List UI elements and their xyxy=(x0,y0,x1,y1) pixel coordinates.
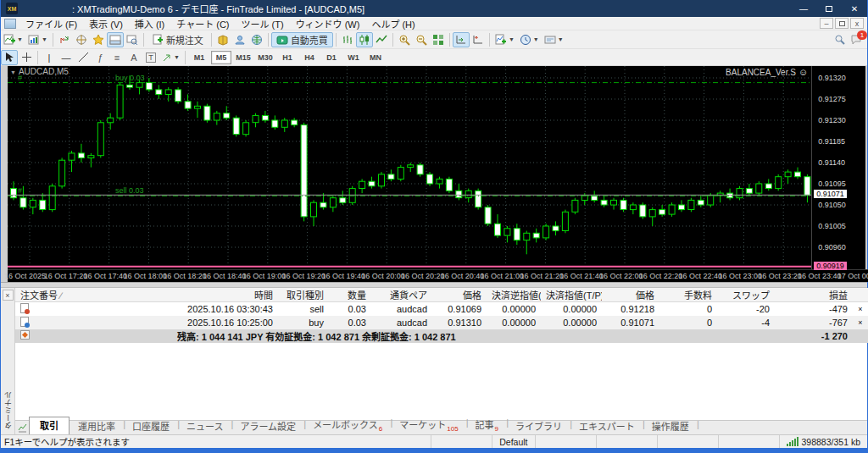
zoom-in-button[interactable] xyxy=(396,32,413,47)
candlestick-chart-button[interactable] xyxy=(356,32,373,47)
chart-shift-button[interactable] xyxy=(470,32,487,47)
new-order-label: 新規注文 xyxy=(166,33,203,47)
new-chart-button[interactable]: ▼ xyxy=(1,32,25,47)
sort-indicator[interactable]: ∕ xyxy=(58,290,62,301)
child-restore-button[interactable] xyxy=(835,18,849,29)
menu-item[interactable]: ファイル (F) xyxy=(19,16,83,31)
close-order-icon[interactable]: × xyxy=(853,316,868,329)
new-order-button[interactable]: 新規注文 xyxy=(147,32,209,47)
menu-item[interactable]: ウィンドウ (W) xyxy=(290,16,366,31)
timeframe-w1[interactable]: W1 xyxy=(343,51,364,64)
label-tool-button[interactable]: T xyxy=(142,50,159,65)
periods-button[interactable]: ▼ xyxy=(517,32,542,47)
menu-item[interactable]: 挿入 (I) xyxy=(129,16,170,31)
timeframe-m1[interactable]: M1 xyxy=(189,51,209,64)
timeframe-m5[interactable]: M5 xyxy=(211,51,231,64)
trendline-tool-button[interactable] xyxy=(75,50,92,65)
terminal-button[interactable] xyxy=(107,32,124,47)
order-cell: 0.91071 xyxy=(602,316,659,329)
cursor-tool-button[interactable] xyxy=(1,50,18,65)
terminal-tab-item[interactable]: アラーム設定 xyxy=(231,418,304,434)
collapse-triangle-icon[interactable]: ▼ xyxy=(10,69,16,75)
maximize-button[interactable] xyxy=(816,0,842,17)
auto-scroll-button[interactable] xyxy=(453,32,470,47)
column-header[interactable]: 手数料 xyxy=(659,288,717,302)
terminal-tab-item[interactable]: メールボックス6 xyxy=(304,417,391,434)
timeframe-m15[interactable]: M15 xyxy=(233,51,253,64)
terminal-tab-item[interactable]: 口座履歴 xyxy=(124,418,178,434)
chart-window-icon[interactable] xyxy=(4,19,16,29)
navigator-button[interactable] xyxy=(90,32,107,47)
status-profile[interactable]: Default xyxy=(492,435,534,448)
minimize-button[interactable]: — xyxy=(791,0,816,17)
terminal-tab-item[interactable]: エキスパート xyxy=(570,418,643,434)
column-header[interactable]: 価格 xyxy=(432,288,487,302)
column-header[interactable]: 注文番号 ∕ xyxy=(15,288,172,302)
bar-chart-button[interactable] xyxy=(339,32,356,47)
menu-item[interactable]: ツール (T) xyxy=(236,16,290,31)
timeframe-d1[interactable]: D1 xyxy=(321,51,342,64)
order-row[interactable]: 2025.10.16 03:30:43sell0.03audcad0.91069… xyxy=(15,302,868,316)
arrows-tool-button[interactable]: ▼ xyxy=(159,50,182,65)
profiles-button[interactable]: ▼ xyxy=(25,32,50,47)
terminal-tab-item[interactable]: マーケット105 xyxy=(391,417,466,434)
templates-button[interactable]: ▼ xyxy=(542,32,566,47)
terminal-tab-item[interactable]: 操作履歴 xyxy=(643,418,698,434)
strategy-tester-button[interactable] xyxy=(124,32,141,47)
orders-table: 注文番号 ∕時間取引種別数量通貨ペア価格決済逆指値(S/L)決済指値(T/P)価… xyxy=(15,288,868,343)
panel-splitter[interactable] xyxy=(1,282,867,288)
close-order-icon[interactable]: × xyxy=(853,302,868,316)
terminal-tab-item[interactable]: ニュース xyxy=(178,418,231,434)
text-tool-button[interactable]: A xyxy=(125,50,142,65)
channel-tool-button[interactable]: ≡ xyxy=(108,50,125,65)
community-button[interactable] xyxy=(231,32,248,47)
ea-smiley-icon[interactable]: ☺ xyxy=(798,67,808,77)
child-close-button[interactable]: x xyxy=(850,18,864,29)
metaeditor-button[interactable] xyxy=(214,32,231,47)
column-header[interactable]: 時間 xyxy=(172,288,278,302)
indicators-button[interactable]: ▼ xyxy=(492,32,517,47)
crosshair-tool-button[interactable] xyxy=(18,50,35,65)
column-header[interactable]: 決済指値(T/P) xyxy=(541,288,602,302)
close-button[interactable]: ✕ xyxy=(842,0,867,17)
menu-item[interactable]: ヘルプ (H) xyxy=(365,16,420,31)
terminal-tab-item[interactable]: 記事9 xyxy=(467,417,507,434)
column-header[interactable]: 数量 xyxy=(329,288,371,302)
column-header[interactable]: 通貨ペア xyxy=(371,288,432,302)
price-axis[interactable]: 0.913200.912750.912300.911850.911400.910… xyxy=(811,66,865,269)
timeframe-m30[interactable]: M30 xyxy=(255,51,275,64)
child-minimize-button[interactable]: – xyxy=(820,18,833,29)
globe-button[interactable] xyxy=(248,32,265,47)
data-window-button[interactable] xyxy=(73,32,90,47)
search-icon[interactable] xyxy=(834,34,845,45)
column-header[interactable]: スワップ xyxy=(717,288,775,302)
terminal-tab-item[interactable]: 運用比率 xyxy=(70,418,124,434)
terminal-side-tab[interactable]: ターミナル xyxy=(3,391,14,429)
fibonacci-tool-button[interactable]: ƒ xyxy=(92,50,108,65)
column-header[interactable]: 決済逆指値(S/L) xyxy=(487,288,541,302)
terminal-close-button[interactable]: × xyxy=(3,290,14,301)
notification-icon[interactable]: 1 xyxy=(850,34,862,45)
time-axis[interactable]: 16 Oct 202516 Oct 17:2016 Oct 17:4016 Oc… xyxy=(8,269,868,282)
column-header[interactable]: 取引種別 xyxy=(278,288,329,302)
horizontal-line-tool-button[interactable]: — xyxy=(58,50,75,65)
vertical-line-tool-button[interactable]: | xyxy=(41,50,58,65)
order-row[interactable]: 2025.10.16 10:25:00buy0.03audcad0.913100… xyxy=(15,316,868,329)
column-header[interactable]: 価格 xyxy=(602,288,659,302)
zoom-out-button[interactable] xyxy=(413,32,430,47)
menu-item[interactable]: 表示 (V) xyxy=(83,16,129,31)
time-label: 16 Oct 21:20 xyxy=(520,272,564,280)
market-watch-button[interactable] xyxy=(56,32,73,47)
timeframe-h4[interactable]: H4 xyxy=(299,51,320,64)
tile-windows-button[interactable] xyxy=(430,32,447,47)
column-header[interactable]: 損益 xyxy=(775,288,853,302)
timeframe-h1[interactable]: H1 xyxy=(277,51,298,64)
auto-trading-button[interactable]: 自動売買 xyxy=(271,32,333,47)
terminal-tab-active[interactable]: 取引 xyxy=(29,417,70,434)
timeframe-mn[interactable]: MN xyxy=(365,51,386,64)
terminal-tab-item[interactable]: ライブラリ xyxy=(507,418,570,434)
chart-plot[interactable]: ▼AUDCAD,M5 BALANCEA_Ver.S☺ #buy 0.03#sel… xyxy=(8,66,811,269)
time-label: 17 Oct 00:00 xyxy=(837,272,868,280)
line-chart-button[interactable] xyxy=(373,32,390,47)
menu-item[interactable]: チャート (C) xyxy=(170,16,235,31)
